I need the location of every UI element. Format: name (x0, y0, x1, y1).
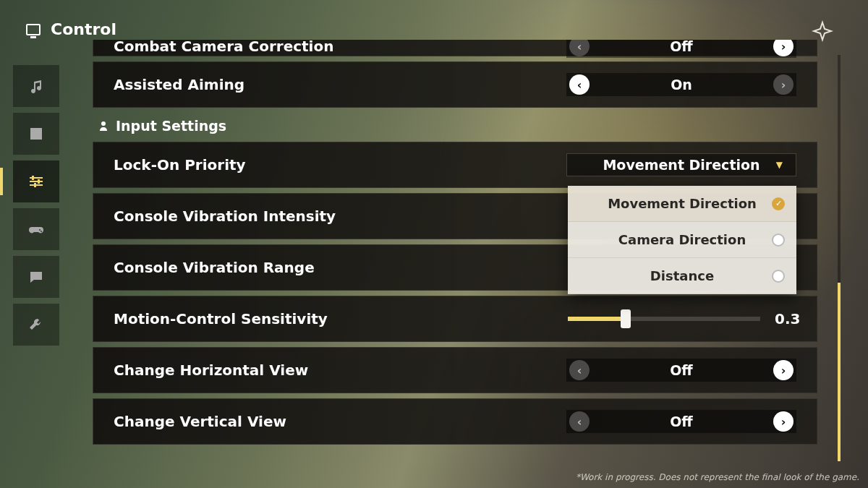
music-icon (27, 77, 45, 95)
disclaimer-text: *Work in progress. Does not represent th… (576, 472, 859, 482)
section-header-input: Input Settings (93, 113, 817, 139)
radio-unchecked-icon (772, 234, 785, 247)
person-icon (98, 121, 109, 131)
sidebar-item-tools[interactable] (13, 304, 59, 346)
arrow-right-icon[interactable]: › (773, 40, 793, 56)
setting-label: Combat Camera Correction (114, 40, 566, 55)
option-label: Camera Direction (618, 232, 746, 247)
page-title: Control (51, 20, 116, 38)
dropdown-option-camera[interactable]: Camera Direction (568, 222, 796, 258)
sliders-icon (27, 173, 45, 190)
svg-point-6 (101, 121, 106, 126)
chevron-down-icon: ▼ (776, 160, 783, 170)
arrow-right-icon[interactable]: › (773, 74, 793, 95)
image-icon (27, 125, 45, 142)
value-selector: ‹ Off › (566, 359, 796, 382)
chat-icon (27, 268, 45, 286)
value-selector: ‹ On › (566, 73, 796, 96)
option-label: Distance (650, 268, 714, 283)
header: Control (26, 20, 116, 38)
monitor-icon (26, 24, 41, 35)
selector-value: Off (670, 40, 693, 54)
value-selector: ‹ Off › (566, 410, 796, 433)
svg-rect-0 (30, 177, 43, 179)
selector-value: Off (670, 362, 693, 378)
setting-label: Change Horizontal View (114, 361, 566, 379)
radio-unchecked-icon (772, 270, 785, 283)
setting-row-lock-on[interactable]: Lock-On Priority Movement Direction ▼ Mo… (93, 142, 817, 188)
arrow-left-icon[interactable]: ‹ (569, 360, 590, 380)
sidebar-item-gamepad[interactable] (13, 208, 59, 250)
slider-fill (568, 317, 626, 321)
dropdown-value: Movement Direction (603, 157, 760, 173)
scrollbar[interactable] (838, 55, 841, 461)
section-title: Input Settings (116, 118, 226, 134)
arrow-right-icon[interactable]: › (773, 360, 793, 380)
close-button[interactable] (812, 20, 833, 42)
setting-label: Assisted Aiming (114, 76, 566, 93)
sidebar-item-chat[interactable] (13, 256, 59, 298)
selector-value: Off (670, 414, 693, 429)
arrow-left-icon[interactable]: ‹ (569, 40, 590, 56)
dropdown-lock-on[interactable]: Movement Direction ▼ (566, 153, 796, 176)
setting-label: Change Vertical View (114, 413, 566, 430)
dropdown-option-distance[interactable]: Distance (568, 258, 796, 294)
wrench-icon (27, 316, 45, 333)
value-selector: ‹ Off › (566, 40, 796, 58)
arrow-left-icon[interactable]: ‹ (569, 411, 590, 432)
sidebar-item-display[interactable] (13, 113, 59, 155)
radio-checked-icon (772, 197, 785, 210)
settings-list: Combat Camera Correction ‹ Off › Assiste… (93, 40, 817, 463)
arrow-right-icon[interactable]: › (773, 411, 793, 432)
setting-row-combat-camera[interactable]: Combat Camera Correction ‹ Off › (93, 40, 817, 56)
sidebar-item-control[interactable] (13, 160, 59, 202)
setting-row-change-vertical[interactable]: Change Vertical View ‹ Off › (93, 398, 817, 445)
setting-row-motion-sensitivity[interactable]: Motion-Control Sensitivity 0.3 (93, 296, 817, 342)
close-icon (812, 20, 833, 42)
svg-rect-4 (38, 179, 40, 184)
svg-rect-3 (32, 176, 34, 180)
scrollbar-thumb[interactable] (838, 283, 841, 461)
selector-value: On (671, 77, 692, 93)
setting-label: Lock-On Priority (114, 156, 566, 174)
sidebar (13, 65, 59, 346)
dropdown-option-movement[interactable]: Movement Direction (568, 186, 796, 222)
setting-label: Motion-Control Sensitivity (114, 310, 568, 328)
slider-thumb[interactable] (621, 309, 631, 328)
svg-rect-1 (30, 181, 43, 182)
setting-row-assisted-aiming[interactable]: Assisted Aiming ‹ On › (93, 61, 817, 108)
slider-value: 0.3 (775, 310, 796, 328)
sensitivity-slider[interactable] (568, 317, 760, 321)
dropdown-menu: Movement Direction Camera Direction Dist… (568, 186, 796, 294)
arrow-left-icon[interactable]: ‹ (569, 74, 590, 95)
svg-rect-5 (34, 183, 36, 187)
setting-row-change-horizontal[interactable]: Change Horizontal View ‹ Off › (93, 347, 817, 393)
option-label: Movement Direction (608, 196, 757, 211)
gamepad-icon (27, 221, 45, 238)
sidebar-item-audio[interactable] (13, 65, 59, 107)
